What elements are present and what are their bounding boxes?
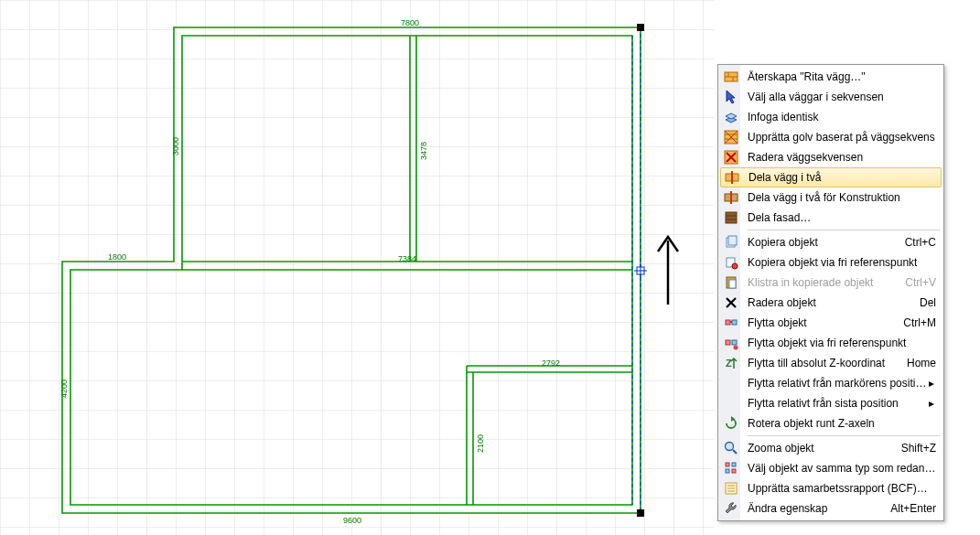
menu-item-movez[interactable]: Flytta till absolut Z-koordinatHome bbox=[720, 353, 942, 373]
blank-icon bbox=[720, 373, 742, 393]
copy-icon bbox=[720, 232, 742, 252]
menu-item-rellast[interactable]: Flytta relativt från sista position▸ bbox=[720, 393, 942, 413]
menu-item-zoom[interactable]: Zooma objektShift+Z bbox=[720, 438, 942, 458]
blank-icon bbox=[720, 393, 742, 413]
menu-item-del[interactable]: Radera objektDel bbox=[720, 293, 942, 313]
menu-item-copyref[interactable]: Kopiera objekt via fri referenspunkt bbox=[720, 252, 942, 273]
menu-item-selectall[interactable]: Välj alla väggar i sekvensen bbox=[720, 87, 942, 107]
menu-separator bbox=[748, 230, 940, 230]
menu-item-splitc[interactable]: Dela vägg i två för Konstruktion bbox=[720, 187, 942, 208]
select-icon bbox=[720, 87, 742, 107]
menu-item-split[interactable]: Dela vägg i två bbox=[720, 167, 942, 187]
moveref-icon bbox=[720, 333, 742, 353]
menu-item-label: Flytta relativt från markörens position bbox=[742, 377, 927, 390]
menu-item-moveref[interactable]: Flytta objekt via fri referenspunkt bbox=[720, 333, 942, 353]
svg-rect-11 bbox=[637, 24, 644, 31]
menu-item-label: Infoga identisk bbox=[742, 111, 936, 123]
menu-item-label: Zooma objekt bbox=[742, 442, 894, 455]
xblack-icon bbox=[720, 293, 742, 313]
zarrow-icon bbox=[720, 353, 742, 373]
menu-item-label: Klistra in kopierade objekt bbox=[742, 276, 898, 289]
menu-item-floor[interactable]: Upprätta golv baserat på väggsekvens bbox=[720, 127, 942, 147]
menu-item-label: Upprätta golv baserat på väggsekvens bbox=[742, 131, 936, 144]
facade-icon bbox=[720, 208, 742, 228]
menu-item-delseq[interactable]: Radera väggsekvensen bbox=[720, 147, 942, 167]
svg-rect-12 bbox=[637, 509, 644, 517]
zoom-icon bbox=[720, 438, 742, 458]
menu-item-shortcut: Home bbox=[899, 357, 936, 369]
report-icon bbox=[720, 478, 742, 498]
menu-item-selsame[interactable]: Välj objekt av samma typ som redan valts bbox=[720, 458, 942, 478]
menu-item-shortcut: Ctrl+M bbox=[896, 316, 936, 329]
dim-bottom-notch: 1800 bbox=[108, 252, 126, 262]
delhatch-icon bbox=[720, 147, 742, 167]
menu-item-label: Flytta relativt från sista position bbox=[742, 397, 927, 410]
dim-top: 7800 bbox=[401, 18, 419, 27]
context-menu: Återskapa "Rita vägg…"Välj alla väggar i… bbox=[717, 64, 944, 521]
menu-item-bcf[interactable]: Upprätta samarbetssrapport (BCF)… bbox=[720, 478, 942, 498]
dim-inner-upper: 3478 bbox=[419, 142, 428, 160]
menu-item-insert[interactable]: Infoga identisk bbox=[720, 107, 942, 127]
stack-icon bbox=[720, 107, 742, 127]
svg-rect-0 bbox=[0, 0, 714, 535]
dim-left-lower: 4200 bbox=[59, 380, 69, 398]
menu-separator bbox=[748, 435, 940, 436]
menu-item-label: Återskapa "Rita vägg…" bbox=[742, 70, 936, 83]
menu-item-shortcut: Ctrl+C bbox=[898, 236, 936, 249]
menu-item-facade[interactable]: Dela fasad… bbox=[720, 208, 942, 228]
menu-item-label: Upprätta samarbetssrapport (BCF)… bbox=[742, 482, 936, 495]
menu-item-shortcut: Del bbox=[912, 296, 936, 309]
hatch-icon bbox=[720, 127, 742, 147]
paste-icon bbox=[720, 273, 742, 293]
plan-svg bbox=[0, 0, 714, 535]
menu-item-label: Dela fasad… bbox=[742, 211, 936, 224]
dim-bottom: 9600 bbox=[343, 516, 361, 525]
submenu-arrow-icon: ▸ bbox=[927, 397, 936, 410]
menu-item-label: Kopiera objekt via fri referenspunkt bbox=[742, 256, 936, 269]
menu-item-copy[interactable]: Kopiera objektCtrl+C bbox=[720, 232, 942, 252]
menu-item-label: Flytta objekt via fri referenspunkt bbox=[742, 337, 936, 349]
grid-icon bbox=[720, 458, 742, 478]
menu-item-label: Dela vägg i två för Konstruktion bbox=[742, 191, 936, 204]
menu-item-label: Kopiera objekt bbox=[742, 236, 898, 249]
menu-item-relcursor[interactable]: Flytta relativt från markörens position▸ bbox=[720, 373, 942, 393]
wall-icon bbox=[720, 67, 742, 87]
menu-item-label: Välj alla väggar i sekvensen bbox=[742, 91, 936, 103]
menu-item-label: Ändra egenskap bbox=[742, 502, 883, 515]
menu-item-label: Dela vägg i två bbox=[743, 171, 935, 184]
menu-item-label: Radera väggsekvensen bbox=[742, 151, 936, 164]
dim-inner-lower: 2100 bbox=[476, 434, 485, 453]
menu-item-label: Radera objekt bbox=[742, 296, 912, 309]
up-arrow-annotation bbox=[654, 233, 682, 306]
menu-item-label: Flytta till absolut Z-koordinat bbox=[742, 357, 899, 369]
menu-item-label: Välj objekt av samma typ som redan valts bbox=[742, 462, 936, 475]
menu-item-recreate[interactable]: Återskapa "Rita vägg…" bbox=[720, 67, 942, 87]
menu-item-label: Flytta objekt bbox=[742, 316, 896, 329]
splitwall2-icon bbox=[720, 187, 742, 208]
submenu-arrow-icon: ▸ bbox=[927, 377, 936, 390]
rotate-icon bbox=[720, 413, 742, 433]
menu-item-shortcut: Ctrl+V bbox=[898, 276, 936, 289]
menu-item-props[interactable]: Ändra egenskapAlt+Enter bbox=[720, 498, 942, 519]
dim-middle: 7384 bbox=[398, 254, 416, 263]
wrench-icon bbox=[720, 498, 742, 519]
menu-item-label: Rotera objekt runt Z-axeln bbox=[742, 417, 936, 430]
dim-left-upper: 3000 bbox=[171, 137, 180, 155]
splitwall-icon bbox=[721, 167, 743, 187]
copyref-icon bbox=[720, 252, 742, 273]
menu-item-shortcut: Alt+Enter bbox=[883, 502, 936, 515]
floor-plan-canvas[interactable]: 7800 3000 1800 7384 3478 4200 2792 2100 … bbox=[0, 0, 714, 535]
move-icon bbox=[720, 313, 742, 333]
menu-item-rotz[interactable]: Rotera objekt runt Z-axeln bbox=[720, 413, 942, 433]
dim-inner-right: 2792 bbox=[542, 358, 560, 368]
menu-item-paste: Klistra in kopierade objektCtrl+V bbox=[720, 273, 942, 293]
menu-item-shortcut: Shift+Z bbox=[894, 442, 936, 455]
menu-item-move[interactable]: Flytta objektCtrl+M bbox=[720, 313, 942, 333]
